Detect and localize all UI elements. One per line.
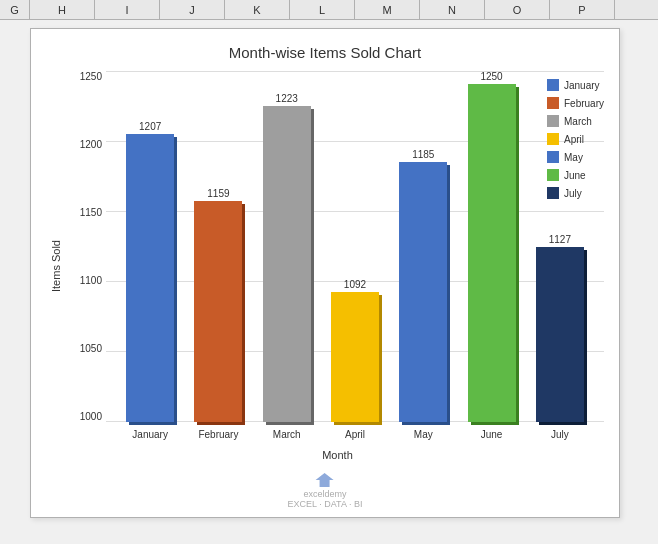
- bar-group-january: 1207: [116, 71, 184, 422]
- x-label-march: March: [253, 422, 321, 447]
- bar-june: [468, 84, 516, 422]
- legend-label-june: June: [564, 170, 586, 181]
- bar-group-april: 1092: [321, 71, 389, 422]
- legend-item-june: June: [547, 169, 604, 181]
- bar-group-march: 1223: [253, 71, 321, 422]
- legend-label-march: March: [564, 116, 592, 127]
- chart-inner: 1000 1050 1100 1150 1200 1250: [71, 71, 604, 461]
- legend-label-may: May: [564, 152, 583, 163]
- col-p: P: [550, 0, 615, 19]
- legend-color-february: [547, 97, 559, 109]
- legend-color-june: [547, 169, 559, 181]
- col-k: K: [225, 0, 290, 19]
- y-tick-1000: 1000: [71, 411, 106, 422]
- legend-label-july: July: [564, 188, 582, 199]
- bar-july: [536, 247, 584, 423]
- col-l: L: [290, 0, 355, 19]
- svg-marker-0: [316, 473, 334, 487]
- col-g: G: [0, 0, 30, 19]
- watermark-logo: [315, 472, 335, 488]
- bar-value-february: 1159: [207, 188, 229, 199]
- y-tick-1250: 1250: [71, 71, 106, 82]
- legend-color-july: [547, 187, 559, 199]
- x-label-july: July: [526, 422, 594, 447]
- col-h: H: [30, 0, 95, 19]
- bar-april: [331, 292, 379, 422]
- y-tick-1050: 1050: [71, 343, 106, 354]
- legend-item-april: April: [547, 133, 604, 145]
- legend-color-may: [547, 151, 559, 163]
- legend-label-april: April: [564, 134, 584, 145]
- x-label-february: February: [184, 422, 252, 447]
- x-label-june: June: [457, 422, 525, 447]
- bars-and-grid: 1207 1159 1223: [106, 71, 604, 447]
- bar-march: [263, 106, 311, 422]
- legend-item-january: January: [547, 79, 604, 91]
- legend-color-march: [547, 115, 559, 127]
- chart-plot-area: 1000 1050 1100 1150 1200 1250: [71, 71, 604, 447]
- y-tick-1150: 1150: [71, 207, 106, 218]
- bar-group-may: 1185: [389, 71, 457, 422]
- bar-group-february: 1159: [184, 71, 252, 422]
- bar-february: [194, 201, 242, 422]
- bar-value-april: 1092: [344, 279, 366, 290]
- legend-color-april: [547, 133, 559, 145]
- legend-label-february: February: [564, 98, 604, 109]
- x-axis-title: Month: [71, 449, 604, 461]
- bar-january: [126, 134, 174, 422]
- chart-area: Items Sold 1000 1050 1100 1150 1200 1250: [46, 71, 604, 461]
- legend-item-march: March: [547, 115, 604, 127]
- y-tick-1200: 1200: [71, 139, 106, 150]
- legend-label-january: January: [564, 80, 600, 91]
- legend: January February March April May June: [547, 79, 604, 199]
- spreadsheet-background: G H I J K L M N O P Month-wise Items Sol…: [0, 0, 658, 544]
- y-axis-label: Items Sold: [46, 71, 66, 461]
- bar-value-may: 1185: [412, 149, 434, 160]
- x-labels: January February March April May June Ju…: [106, 422, 604, 447]
- legend-color-january: [547, 79, 559, 91]
- col-i: I: [95, 0, 160, 19]
- bar-value-january: 1207: [139, 121, 161, 132]
- column-headers: G H I J K L M N O P: [0, 0, 658, 20]
- chart-container: Month-wise Items Sold Chart Items Sold 1…: [30, 28, 620, 518]
- bar-group-june: 1250: [457, 71, 525, 422]
- bars-row: 1207 1159 1223: [106, 71, 604, 422]
- x-label-may: May: [389, 422, 457, 447]
- col-n: N: [420, 0, 485, 19]
- col-o: O: [485, 0, 550, 19]
- y-axis-ticks: 1000 1050 1100 1150 1200 1250: [71, 71, 106, 447]
- bar-value-july: 1127: [549, 234, 571, 245]
- watermark-line1: exceldemy: [303, 489, 346, 499]
- x-label-april: April: [321, 422, 389, 447]
- bar-may: [399, 162, 447, 422]
- bar-value-march: 1223: [276, 93, 298, 104]
- watermark: exceldemy EXCEL · DATA · BI: [288, 472, 363, 509]
- chart-title: Month-wise Items Sold Chart: [46, 44, 604, 61]
- legend-item-february: February: [547, 97, 604, 109]
- legend-item-may: May: [547, 151, 604, 163]
- col-m: M: [355, 0, 420, 19]
- y-tick-1100: 1100: [71, 275, 106, 286]
- x-label-january: January: [116, 422, 184, 447]
- col-j: J: [160, 0, 225, 19]
- watermark-line2: EXCEL · DATA · BI: [288, 499, 363, 509]
- legend-item-july: July: [547, 187, 604, 199]
- bar-value-june: 1250: [480, 71, 502, 82]
